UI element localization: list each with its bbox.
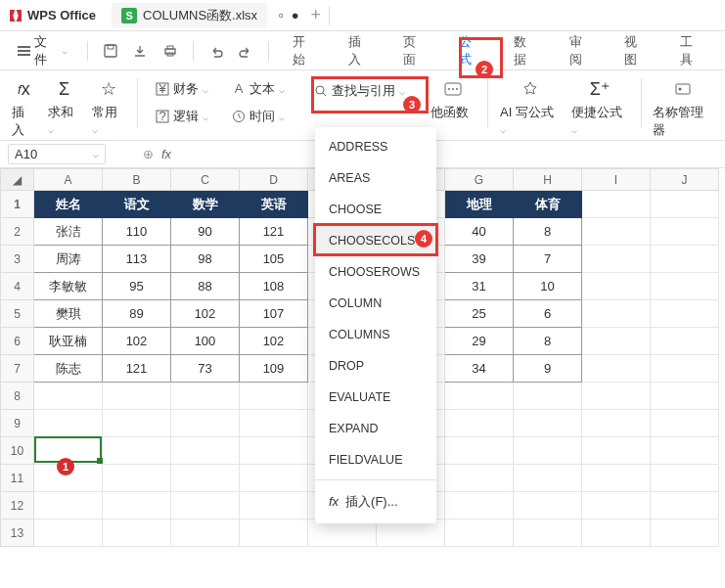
- dropdown-item-columns[interactable]: COLUMNS: [315, 319, 436, 350]
- cell[interactable]: 8: [514, 328, 582, 355]
- col-header[interactable]: G: [445, 169, 514, 191]
- time-button[interactable]: 时间⌵: [226, 106, 291, 127]
- undo-button[interactable]: [204, 37, 229, 65]
- cell[interactable]: 95: [103, 273, 171, 300]
- cell[interactable]: [103, 437, 171, 465]
- cell[interactable]: [240, 383, 308, 410]
- cell[interactable]: [651, 520, 719, 547]
- cell[interactable]: [240, 492, 308, 520]
- cell[interactable]: [582, 520, 651, 547]
- cell[interactable]: [240, 437, 308, 465]
- cell[interactable]: [514, 465, 582, 492]
- print-button[interactable]: [157, 37, 182, 65]
- ai-formula-button[interactable]: AI 写公式 ⌵: [500, 78, 560, 136]
- cell[interactable]: [445, 437, 514, 465]
- cell[interactable]: 地理: [445, 191, 514, 218]
- cell[interactable]: 周涛: [34, 246, 103, 273]
- row-header[interactable]: 11: [1, 465, 34, 492]
- text-button[interactable]: A文本⌵: [226, 78, 291, 100]
- dropdown-item-chooserows[interactable]: CHOOSEROWS: [315, 256, 436, 288]
- insert-function-item[interactable]: fx 插入(F)...: [315, 484, 436, 520]
- row-header[interactable]: 10: [1, 437, 34, 465]
- cell[interactable]: [514, 520, 582, 547]
- cell[interactable]: 樊琪: [34, 300, 103, 328]
- tab-view[interactable]: 视图: [611, 27, 661, 74]
- cell[interactable]: [103, 520, 171, 547]
- cell[interactable]: [582, 355, 651, 383]
- cell[interactable]: [171, 437, 240, 465]
- cell[interactable]: [240, 465, 308, 492]
- cell[interactable]: [651, 328, 719, 355]
- cell[interactable]: [651, 273, 719, 300]
- tab-close-icon[interactable]: ●: [292, 8, 299, 23]
- cell[interactable]: [651, 246, 719, 273]
- cell[interactable]: [514, 492, 582, 520]
- cell[interactable]: 体育: [514, 191, 582, 218]
- cell[interactable]: 34: [445, 355, 514, 383]
- logic-button[interactable]: ?逻辑⌵: [150, 106, 214, 127]
- cell[interactable]: 31: [445, 273, 514, 300]
- cell[interactable]: [240, 520, 308, 547]
- name-manager-button[interactable]: 名称管理器: [653, 78, 713, 139]
- cell[interactable]: [445, 465, 514, 492]
- cell[interactable]: 113: [103, 246, 171, 273]
- cell[interactable]: [171, 410, 240, 437]
- zoom-icon[interactable]: ⊕: [143, 147, 154, 161]
- cell[interactable]: 121: [103, 355, 171, 383]
- row-header[interactable]: 9: [1, 410, 34, 437]
- cell[interactable]: 张洁: [34, 218, 103, 246]
- cell[interactable]: 102: [103, 328, 171, 355]
- dropdown-item-fieldvalue[interactable]: FIELDVALUE: [315, 444, 436, 475]
- add-tab-button[interactable]: +: [311, 5, 322, 25]
- cell[interactable]: [651, 410, 719, 437]
- col-header[interactable]: J: [651, 169, 719, 191]
- col-header[interactable]: I: [582, 169, 651, 191]
- dropdown-item-areas[interactable]: AREAS: [315, 162, 436, 194]
- cell[interactable]: 7: [514, 246, 582, 273]
- cell[interactable]: 109: [240, 355, 308, 383]
- lookup-button[interactable]: 查找与引用 ⌵: [306, 78, 413, 104]
- common-button[interactable]: ☆ 常用 ⌵: [92, 78, 125, 136]
- cell[interactable]: [103, 492, 171, 520]
- col-header[interactable]: B: [103, 169, 171, 191]
- cell[interactable]: [103, 410, 171, 437]
- cell[interactable]: [651, 300, 719, 328]
- col-header[interactable]: A: [34, 169, 103, 191]
- cell[interactable]: [445, 383, 514, 410]
- cell[interactable]: 10: [514, 273, 582, 300]
- cell[interactable]: 100: [171, 328, 240, 355]
- cell[interactable]: [34, 492, 103, 520]
- cell[interactable]: 6: [514, 300, 582, 328]
- cell[interactable]: 102: [240, 328, 308, 355]
- row-header[interactable]: 4: [1, 273, 34, 300]
- finance-button[interactable]: ¥财务⌵: [150, 78, 214, 100]
- col-header[interactable]: H: [514, 169, 582, 191]
- cell[interactable]: 40: [445, 218, 514, 246]
- cell[interactable]: [514, 437, 582, 465]
- cell[interactable]: [514, 383, 582, 410]
- select-all-corner[interactable]: ◢: [1, 169, 34, 191]
- cell[interactable]: 李敏敏: [34, 273, 103, 300]
- cell[interactable]: [445, 410, 514, 437]
- cell[interactable]: 105: [240, 246, 308, 273]
- cell[interactable]: [445, 492, 514, 520]
- cell[interactable]: [103, 383, 171, 410]
- dropdown-item-evaluate[interactable]: EVALUATE: [315, 382, 436, 413]
- insert-function-button[interactable]: fx 插入: [12, 78, 36, 139]
- cell[interactable]: 英语: [240, 191, 308, 218]
- cell[interactable]: [171, 383, 240, 410]
- row-header[interactable]: 7: [1, 355, 34, 383]
- cell[interactable]: [651, 191, 719, 218]
- dropdown-item-choose[interactable]: CHOOSE: [315, 194, 436, 225]
- cell[interactable]: [582, 465, 651, 492]
- cell[interactable]: 110: [103, 218, 171, 246]
- cell[interactable]: 121: [240, 218, 308, 246]
- row-header[interactable]: 2: [1, 218, 34, 246]
- cell[interactable]: [34, 383, 103, 410]
- row-header[interactable]: 12: [1, 492, 34, 520]
- cell[interactable]: [171, 520, 240, 547]
- cell[interactable]: [582, 437, 651, 465]
- cell[interactable]: [240, 410, 308, 437]
- save-button[interactable]: [98, 37, 123, 65]
- name-box[interactable]: A10 ⌵: [8, 144, 106, 164]
